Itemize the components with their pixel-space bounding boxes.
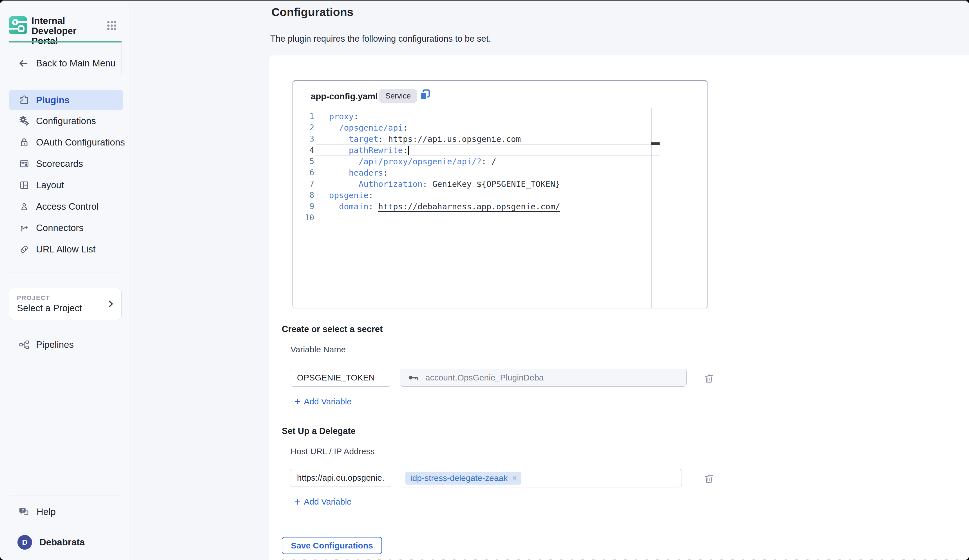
project-selector[interactable]: PROJECT Select a Project <box>9 288 122 320</box>
arrow-left-icon <box>18 58 29 69</box>
yaml-sep: : <box>378 134 388 144</box>
pipelines-icon <box>18 339 30 351</box>
app-header: Internal Developer Portal <box>9 16 122 35</box>
line-number: 1 <box>293 111 314 122</box>
add-variable-button-delegate[interactable]: + Add Variable <box>294 497 351 507</box>
chip-remove-icon[interactable]: × <box>512 474 516 483</box>
code-line <box>329 212 560 223</box>
yaml-value-url: https://api.us.opsgenie.com <box>388 134 521 144</box>
back-to-main-menu[interactable]: Back to Main Menu <box>9 56 122 70</box>
avatar: D <box>16 534 33 551</box>
code-area[interactable]: 1 2 3 4 5 6 7 8 9 10 proxy: /opsgenie/ap… <box>293 108 708 308</box>
gears-icon <box>18 115 30 126</box>
variable-name-label: Variable Name <box>291 345 346 354</box>
page-title: Configurations <box>271 6 354 19</box>
plus-icon: + <box>294 397 300 406</box>
code-line-active: pathRewrite: <box>329 145 560 156</box>
add-variable-label: Add Variable <box>304 497 351 507</box>
line-number: 3 <box>293 133 314 145</box>
yaml-sep: : <box>403 123 408 133</box>
app-switcher-grid-icon[interactable] <box>107 21 117 30</box>
code-line: domain: https://debaharness.app.opsgenie… <box>329 201 560 212</box>
sidebar-nav: Plugins <box>9 90 123 260</box>
project-value: Select a Project <box>17 303 82 314</box>
editor-scrollbar-gutter <box>651 108 652 308</box>
sidebar-item-label: Connectors <box>36 223 83 233</box>
sidebar-item-plugins[interactable]: Plugins <box>9 90 123 110</box>
code-line: opsgenie: <box>329 189 560 201</box>
copy-icon[interactable] <box>418 88 431 101</box>
sidebar-item-connectors[interactable]: Connectors <box>9 217 123 239</box>
delete-variable-icon[interactable] <box>703 371 715 385</box>
delegate-section-heading: Set Up a Delegate <box>282 426 356 436</box>
yaml-key: domain <box>329 202 368 211</box>
secret-reference-field[interactable]: account.OpsGenie_PluginDeba <box>400 369 687 387</box>
help-chat-icon: ? <box>18 506 30 518</box>
yaml-value-url: https://debaharness.app.opsgenie.com/ <box>378 202 560 211</box>
branch-arrows-icon <box>18 222 30 234</box>
sidebar-item-label: Layout <box>36 180 64 191</box>
line-number: 9 <box>293 201 314 212</box>
sidebar-item-configurations[interactable]: Configurations <box>9 110 123 132</box>
user-name: Debabrata <box>39 537 85 548</box>
sidebar-item-label: OAuth Configurations <box>36 137 125 148</box>
code-line: proxy: <box>329 111 560 122</box>
add-variable-button-secret[interactable]: + Add Variable <box>294 397 351 406</box>
sidebar-item-access-control[interactable]: Access Control <box>9 196 123 217</box>
sidebar-item-url-allow-list[interactable]: URL Allow List <box>9 239 123 260</box>
line-number: 10 <box>293 212 314 223</box>
chevron-right-icon <box>106 299 116 309</box>
code-line: /api/proxy/opsgenie/api/?: / <box>329 156 560 167</box>
back-label: Back to Main Menu <box>36 58 115 69</box>
line-number: 5 <box>293 156 314 167</box>
yaml-sep: : <box>481 157 491 166</box>
person-icon <box>18 201 30 212</box>
yaml-sep: : <box>368 202 378 211</box>
sidebar-item-label: Plugins <box>36 95 70 106</box>
sidebar-item-oauth-configurations[interactable]: OAuth Configurations <box>9 132 123 153</box>
delete-delegate-icon[interactable] <box>703 472 715 485</box>
line-number: 2 <box>293 122 314 133</box>
user-menu[interactable]: D Debabrata <box>9 532 122 552</box>
sidebar-divider <box>9 272 122 273</box>
sidebar-divider <box>9 495 122 496</box>
host-url-input[interactable] <box>290 469 391 487</box>
pipelines-label: Pipelines <box>36 339 74 350</box>
code-line: /opsgenie/api: <box>329 122 560 133</box>
yaml-key: headers <box>329 168 383 178</box>
line-number: 8 <box>293 189 314 201</box>
save-configurations-button[interactable]: Save Configurations <box>282 537 382 554</box>
sidebar-item-layout[interactable]: Layout <box>9 174 123 196</box>
variable-name-input[interactable] <box>290 369 391 387</box>
yaml-sep: : <box>354 112 358 121</box>
help-button[interactable]: ? Help <box>9 503 122 521</box>
host-url-label: Host URL / IP Address <box>291 447 375 456</box>
puzzle-icon <box>18 95 30 106</box>
cursor-ruler-mark <box>651 142 659 145</box>
key-icon <box>407 371 420 384</box>
secret-section-heading: Create or select a secret <box>282 324 383 334</box>
sidebar: Internal Developer Portal Back to Main M… <box>0 1 130 560</box>
delegate-tags-field[interactable]: idp-stress-delegate-zeaak × <box>400 469 682 487</box>
code-line: target: https://api.us.opsgenie.com <box>329 133 560 145</box>
lock-icon <box>18 137 30 148</box>
sidebar-item-label: Access Control <box>36 201 98 212</box>
sidebar-item-label: URL Allow List <box>36 244 96 255</box>
yaml-key: /opsgenie/api <box>329 123 403 133</box>
layout-icon <box>18 179 30 191</box>
sidebar-item-pipelines[interactable]: Pipelines <box>9 336 122 354</box>
yaml-value: / <box>491 157 496 166</box>
service-badge: Service <box>379 89 417 103</box>
yaml-key: pathRewrite <box>329 146 403 155</box>
help-label: Help <box>37 507 56 517</box>
delegate-chip: idp-stress-delegate-zeaak × <box>405 472 521 485</box>
svg-text:?: ? <box>22 508 24 512</box>
yaml-key: /api/proxy/opsgenie/api/? <box>329 157 481 166</box>
yaml-sep: : <box>368 191 373 200</box>
yaml-editor-card: app-config.yaml Service 1 2 3 4 5 <box>293 80 708 308</box>
line-number: 6 <box>293 167 314 178</box>
yaml-value: GenieKey ${OPSGENIE_TOKEN} <box>433 179 560 189</box>
code-line: headers: <box>329 167 560 178</box>
sidebar-item-scorecards[interactable]: Scorecards <box>9 153 123 174</box>
yaml-key: opsgenie <box>329 191 368 200</box>
